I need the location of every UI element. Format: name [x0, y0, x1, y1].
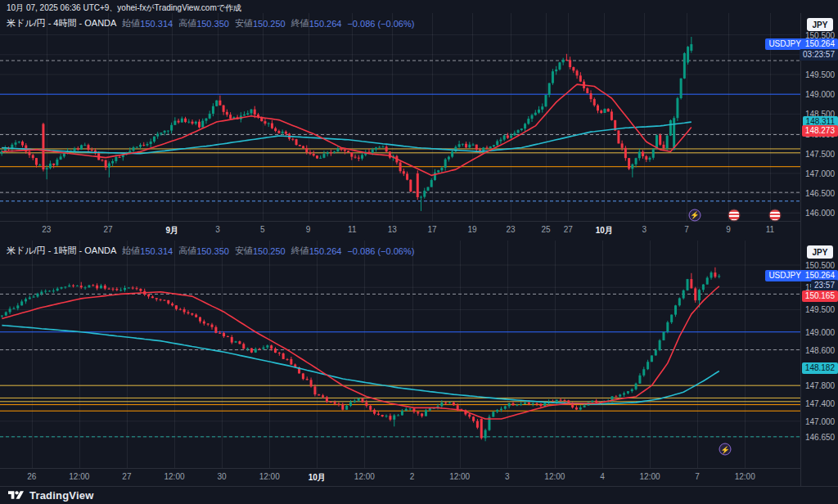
time-tick: 25: [541, 225, 550, 234]
symbol-info-line: 米ドル/円 - 4時間 - OANDA始値150.314高値150.350安値1…: [7, 17, 414, 29]
time-tick: 3: [642, 225, 647, 234]
price-chart-plot[interactable]: [0, 13, 800, 221]
time-tick: 3: [505, 472, 510, 481]
tradingview-snapshot: 10月 07, 2025 06:36 UTC+9、yohei-fxがTradin…: [0, 0, 838, 504]
time-tick: 9: [726, 225, 731, 234]
price-tick: 149.000: [805, 327, 835, 336]
time-tick: 9月: [165, 225, 178, 236]
price-tick: 149.000: [805, 90, 835, 99]
time-tick: 19: [467, 225, 476, 234]
price-tick: 148.600: [805, 345, 835, 354]
ohlc-field-label: 安値: [235, 245, 253, 257]
ohlc-field-value: 150.350: [196, 19, 229, 29]
time-tick: 10月: [596, 225, 613, 236]
price-tick: 146.000: [805, 209, 835, 218]
moving-average-slow: [2, 326, 719, 405]
countdown-label: 03:23:57: [800, 49, 838, 61]
ohlc-field-label: 高値: [178, 245, 196, 257]
change-value: −0.086 (−0.06%): [347, 19, 414, 29]
tradingview-brand[interactable]: TradingView: [29, 489, 94, 502]
footer: TradingView: [0, 486, 838, 504]
currency-button[interactable]: JPY: [807, 18, 833, 31]
time-tick: 23: [42, 225, 51, 234]
time-tick: 7: [684, 225, 689, 234]
time-tick: 27: [122, 472, 131, 481]
tradingview-logo-icon[interactable]: [8, 489, 24, 502]
time-axis[interactable]: 2612:002712:003012:0010月12:00212:00312:0…: [0, 468, 800, 486]
ohlc-field-label: 終値: [291, 245, 309, 257]
time-tick: 12:00: [164, 472, 184, 481]
time-tick: 4: [600, 472, 605, 481]
time-axis[interactable]: 23279月3591113171923252710月37911: [0, 221, 800, 241]
time-tick: 27: [103, 225, 112, 234]
price-tick: 147.000: [805, 416, 835, 425]
ohlc-field-value: 150.264: [309, 246, 342, 256]
time-tick: 11: [766, 225, 774, 234]
economic-event-lightning-icon[interactable]: ⚡: [688, 209, 701, 221]
price-tick: 147.000: [805, 169, 835, 178]
ma-value-label: 148.182: [802, 362, 838, 374]
economic-event-flag-icon[interactable]: [728, 209, 740, 221]
price-tick: 146.650: [805, 432, 835, 441]
ma-value-label: 150.165: [802, 290, 838, 302]
time-tick: 26: [27, 472, 36, 481]
price-tick: 150.500: [805, 260, 835, 269]
symbol-title[interactable]: 米ドル/円 - 1時間 - OANDA: [7, 245, 116, 257]
time-tick: 3: [215, 225, 220, 234]
time-tick: 12:00: [259, 472, 280, 481]
candlestick-series: [1, 268, 720, 442]
economic-event-lightning-icon[interactable]: ⚡: [719, 443, 732, 456]
price-tick: 146.500: [805, 189, 835, 198]
time-tick: 2: [410, 472, 415, 481]
time-tick: 17: [428, 225, 437, 234]
price-chart-plot[interactable]: [0, 241, 800, 468]
ohlc-field-value: 150.314: [140, 246, 173, 256]
time-tick: 9: [306, 225, 311, 234]
time-tick: 23: [506, 225, 515, 234]
snapshot-attribution: 10月 07, 2025 06:36 UTC+9、yohei-fxがTradin…: [0, 0, 838, 13]
price-tick: 149.500: [805, 305, 835, 314]
price-tick: 149.500: [805, 70, 835, 79]
ohlc-field-value: 150.314: [140, 19, 173, 29]
price-tick: 147.400: [805, 398, 835, 407]
time-tick: 5: [260, 225, 265, 234]
time-tick: 11: [348, 225, 356, 234]
ohlc-field-label: 始値: [122, 17, 140, 29]
ohlc-field-value: 150.250: [253, 19, 286, 29]
ohlc-field-value: 150.250: [253, 246, 286, 256]
time-tick: 10月: [309, 472, 326, 484]
ohlc-field-label: 終値: [291, 17, 309, 29]
time-tick: 12:00: [544, 472, 565, 481]
time-tick: 30: [218, 472, 227, 481]
price-tick: 147.800: [805, 381, 835, 390]
time-tick: 12:00: [735, 472, 755, 481]
time-tick: 7: [695, 472, 700, 481]
ohlc-field-label: 高値: [178, 17, 196, 29]
time-tick: 12:00: [69, 472, 89, 481]
time-tick: 12:00: [640, 472, 660, 481]
time-tick: 12:00: [354, 472, 375, 481]
economic-event-flag-icon[interactable]: [768, 209, 781, 221]
price-tick: 147.500: [805, 149, 835, 158]
currency-button[interactable]: JPY: [807, 245, 833, 259]
ma-value-label: 148.273: [802, 125, 838, 137]
symbol-title[interactable]: 米ドル/円 - 4時間 - OANDA: [7, 17, 116, 29]
candlestick-series: [1, 37, 693, 211]
time-tick: 13: [388, 225, 397, 234]
symbol-info-line: 米ドル/円 - 1時間 - OANDA始値150.314高値150.350安値1…: [7, 245, 414, 257]
ohlc-field-value: 150.264: [309, 19, 342, 29]
time-tick: 12:00: [449, 472, 470, 481]
ohlc-field-label: 安値: [235, 17, 253, 29]
time-tick: 27: [564, 225, 573, 234]
change-value: −0.086 (−0.06%): [347, 246, 414, 256]
ohlc-field-value: 150.350: [196, 246, 229, 256]
ohlc-field-label: 始値: [122, 245, 140, 257]
